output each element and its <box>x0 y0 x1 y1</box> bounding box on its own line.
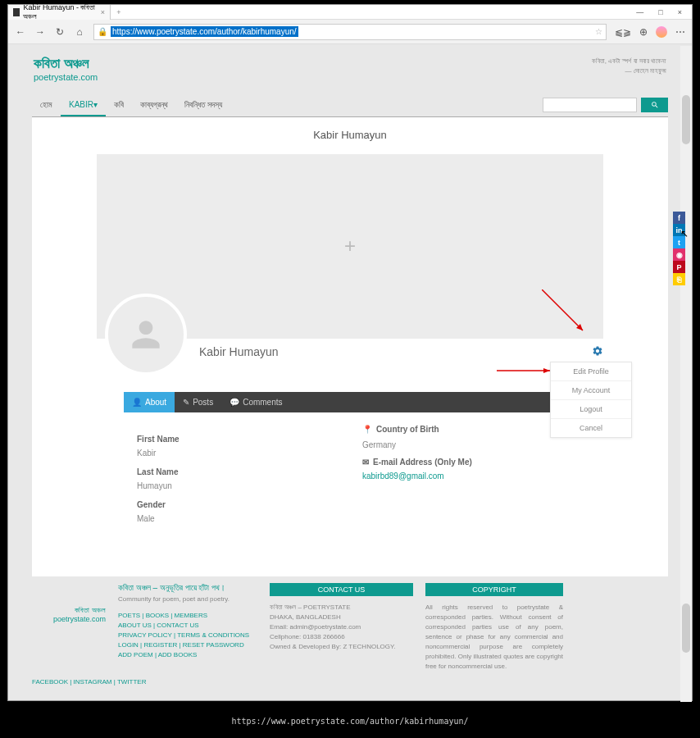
nav-kabir[interactable]: KABIR ▾ <box>61 93 106 116</box>
copyright-text: All rights reserved to poetrystate & cor… <box>425 603 563 672</box>
nav-home[interactable]: হোম <box>32 93 61 116</box>
tab-posts[interactable]: ✎Posts <box>175 392 221 412</box>
country-label: Country of Birth <box>376 425 439 434</box>
scrollbar[interactable] <box>680 46 692 702</box>
favicon <box>13 8 20 16</box>
email-value[interactable]: kabirbd89@gmail.com <box>362 472 563 481</box>
footer-links[interactable]: POETS | BOOKS | MEMBERS ABOUT US | CONTA… <box>118 611 257 660</box>
lock-icon: 🔒 <box>98 27 107 36</box>
new-tab-button[interactable]: + <box>111 8 127 16</box>
first-name-label: First Name <box>137 435 338 444</box>
add-cover-icon[interactable]: + <box>344 235 356 257</box>
window-maximize-icon[interactable]: □ <box>658 8 662 16</box>
last-name-value: Humayun <box>137 481 338 490</box>
copy-link-icon[interactable]: ⎘ <box>673 273 685 285</box>
profile-avatar[interactable] <box>105 294 187 376</box>
nav-members[interactable]: নিবন্ধিত সদস্য <box>176 93 230 116</box>
tab-about[interactable]: 👤About <box>124 392 175 412</box>
page-title: Kabir Humayun <box>32 124 668 146</box>
gender-label: Gender <box>137 500 338 509</box>
footer-subtitle: Community for poem, poet and poetry. <box>118 595 257 603</box>
footer: কবিতা অঞ্চল poetrystate.com কবিতা অঞ্চল … <box>32 583 668 672</box>
main-nav: হোম KABIR ▾ কবি কাব্যগ্রন্থ নিবন্ধিত সদস… <box>32 94 668 117</box>
contact-header: CONTACT US <box>270 583 413 596</box>
refresh-button[interactable]: ↻ <box>54 26 66 38</box>
person-icon <box>125 314 166 355</box>
last-name-label: Last Name <box>137 467 338 476</box>
home-button[interactable]: ⌂ <box>74 26 85 38</box>
footer-logo[interactable]: কবিতা অঞ্চল poetrystate.com <box>36 606 106 624</box>
logo-english: poetrystate.com <box>34 72 98 82</box>
url-text: https://www.poetrystate.com/author/kabir… <box>111 26 298 37</box>
footer-heading: কবিতা অঞ্চল – অনুভূতির পায়ে হাঁটা পথ। <box>118 583 257 593</box>
gear-icon <box>592 345 603 357</box>
footer-social-links[interactable]: FACEBOOK | INSTAGRAM | TWITTER <box>32 678 668 686</box>
window-close-icon[interactable]: × <box>678 8 682 16</box>
favorite-icon[interactable]: ☆ <box>595 27 602 36</box>
instagram-icon[interactable]: ◉ <box>673 248 685 261</box>
svg-marker-3 <box>543 368 550 373</box>
logo-bengali: কবিতা অঞ্চল <box>34 57 98 72</box>
scrollbar-thumb[interactable] <box>682 604 690 653</box>
forward-button[interactable]: → <box>34 26 46 38</box>
menu-edit-profile[interactable]: Edit Profile <box>551 362 631 381</box>
contact-text: কবিতা অঞ্চল – POETRYSTATE DHAKA, BANGLAD… <box>270 603 413 652</box>
back-button[interactable]: ← <box>15 26 26 38</box>
user-icon: 👤 <box>132 398 142 407</box>
window-minimize-icon[interactable]: — <box>636 8 643 16</box>
reading-list-icon[interactable]: ⫹⫺ <box>615 26 631 38</box>
tab-title: Kabir Humayun - কবিতা অঞ্চল <box>23 3 97 21</box>
settings-button[interactable] <box>592 345 603 360</box>
email-label: E-mail Address (Only Me) <box>373 458 472 467</box>
tab-comments[interactable]: 💬Comments <box>221 392 290 412</box>
nav-kobi[interactable]: কবি <box>106 93 132 116</box>
gender-value: Male <box>137 514 338 523</box>
profile-tabs: 👤About ✎Posts 💬Comments <box>124 392 575 412</box>
menu-logout[interactable]: Logout <box>551 400 631 419</box>
more-icon[interactable]: ⋯ <box>675 26 685 38</box>
browser-tab[interactable]: Kabir Humayun - কবিতা অঞ্চল × <box>8 5 111 20</box>
pin-icon: 📍 <box>362 425 372 434</box>
pencil-icon: ✎ <box>183 398 189 407</box>
address-bar[interactable]: 🔒 https://www.poetrystate.com/author/kab… <box>93 24 607 40</box>
main-content: Kabir Humayun + Kabir Humayun Edit Pro <box>32 117 668 576</box>
first-name-value: Kabir <box>137 449 338 458</box>
profile-name: Kabir Humayun <box>199 345 279 358</box>
menu-cancel[interactable]: Cancel <box>551 419 631 437</box>
facebook-icon[interactable]: f <box>673 212 685 224</box>
envelope-icon: ✉ <box>362 458 369 467</box>
search-button[interactable] <box>641 98 668 112</box>
search-icon <box>651 101 659 109</box>
tagline: কবিতা, একটা স্পর্শ যা সবার থাকেনা — সোহে… <box>592 57 666 76</box>
comment-icon: 💬 <box>230 398 239 407</box>
browser-titlebar: Kabir Humayun - কবিতা অঞ্চল × + — □ × <box>8 5 692 20</box>
scrollbar-thumb[interactable] <box>682 95 690 144</box>
cursor-icon: ↖ <box>680 228 689 239</box>
browser-toolbar: ← → ↻ ⌂ 🔒 https://www.poetrystate.com/au… <box>8 20 692 44</box>
menu-my-account[interactable]: My Account <box>551 381 631 400</box>
nav-kabyogrontho[interactable]: কাব্যগ্রন্থ <box>132 93 176 116</box>
country-value: Germany <box>362 440 563 449</box>
site-logo[interactable]: কবিতা অঞ্চল poetrystate.com <box>34 57 98 82</box>
close-tab-icon[interactable]: × <box>101 8 105 16</box>
svg-line-0 <box>542 289 583 330</box>
social-float: f in t ◉ P ⎘ <box>673 212 685 285</box>
search-input[interactable] <box>543 98 637 112</box>
settings-dropdown: Edit Profile My Account Logout Cancel <box>550 362 632 438</box>
caption-url: https://www.poetrystate.com/author/kabir… <box>0 717 700 726</box>
copyright-header: COPYRIGHT <box>425 583 563 596</box>
profile-avatar-icon[interactable] <box>656 26 667 38</box>
annotation-arrow-edit <box>497 367 554 374</box>
pinterest-icon[interactable]: P <box>673 261 685 273</box>
collections-icon[interactable]: ⊕ <box>639 26 648 38</box>
annotation-arrow-gear <box>542 289 587 335</box>
